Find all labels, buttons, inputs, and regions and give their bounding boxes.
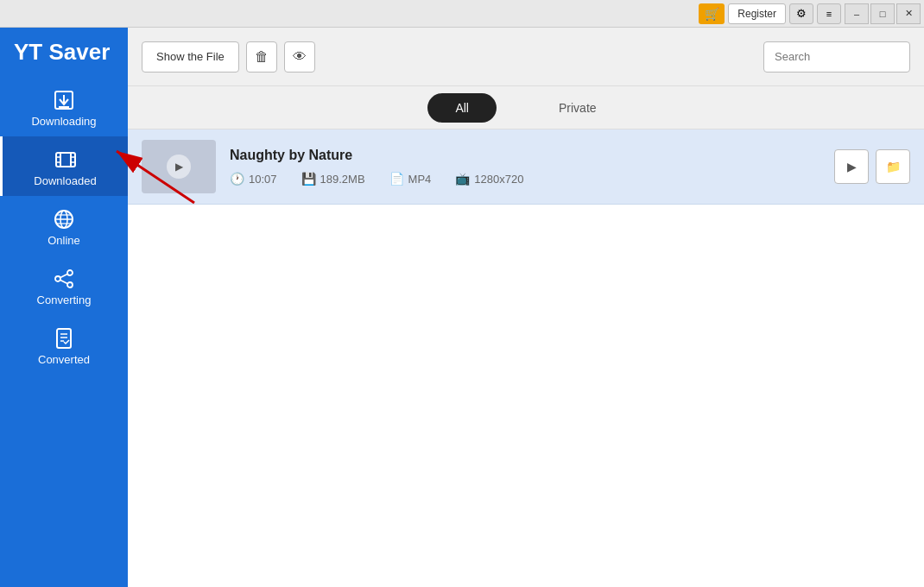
video-info: Naughty by Nature 🕐 10:07 💾 189.2MB 📄	[230, 148, 820, 186]
folder-button[interactable]: 📁	[876, 149, 910, 184]
preview-button[interactable]: 👁	[284, 41, 315, 73]
close-button[interactable]: ✕	[896, 3, 921, 24]
downloaded-label: Downloaded	[34, 174, 96, 187]
video-thumbnail: ▶	[142, 140, 216, 193]
trash-icon: 🗑	[255, 49, 269, 65]
converted-label: Converted	[38, 353, 90, 366]
video-title: Naughty by Nature	[230, 148, 820, 163]
film-icon	[54, 148, 77, 171]
filter-tab-all[interactable]: All	[427, 93, 497, 123]
play-icon: ▶	[167, 155, 191, 179]
sidebar-item-converted[interactable]: Converted	[0, 315, 128, 375]
sidebar: YT Saver Downloading	[0, 28, 128, 587]
sidebar-item-online[interactable]: Online	[0, 196, 128, 256]
window-controls: – □ ✕	[845, 3, 921, 24]
filter-bar: All Private	[128, 86, 924, 129]
sidebar-item-downloaded[interactable]: Downloaded	[0, 136, 128, 196]
video-item: ▶ Naughty by Nature 🕐 10:07 💾 189.2MB	[128, 129, 924, 205]
resolution-icon: 📺	[455, 172, 470, 186]
svg-line-19	[60, 280, 67, 283]
meta-size: 💾 189.2MB	[301, 172, 365, 186]
share-icon	[53, 268, 75, 290]
svg-rect-20	[57, 329, 71, 348]
video-actions: ▶ 📁	[834, 149, 910, 184]
downloading-label: Downloading	[31, 115, 96, 128]
play-button[interactable]: ▶	[834, 149, 869, 184]
converting-label: Converting	[37, 294, 92, 306]
content-list: ▶ Naughty by Nature 🕐 10:07 💾 189.2MB	[128, 129, 924, 587]
content-area: Show the File 🗑 👁 All Private ▶ Naughty …	[128, 28, 924, 587]
sidebar-item-downloading[interactable]: Downloading	[0, 77, 128, 136]
app-body: YT Saver Downloading	[0, 28, 924, 587]
resolution-value: 1280x720	[474, 173, 523, 186]
filter-tab-private[interactable]: Private	[531, 93, 624, 123]
clock-icon: 🕐	[230, 172, 244, 186]
play-icon-btn: ▶	[847, 160, 857, 174]
menu-button[interactable]: ≡	[817, 3, 841, 24]
toolbar: Show the File 🗑 👁	[128, 28, 924, 86]
globe-icon	[53, 208, 75, 230]
eye-icon: 👁	[293, 49, 307, 65]
svg-point-17	[67, 282, 73, 287]
cart-icon: 🛒	[705, 7, 719, 21]
menu-icon: ≡	[826, 9, 832, 19]
svg-line-18	[60, 274, 67, 277]
minimize-icon: –	[854, 9, 859, 19]
document-icon	[53, 327, 75, 350]
online-label: Online	[47, 234, 80, 247]
title-bar: 🛒 Register ⚙ ≡ – □ ✕	[0, 0, 924, 28]
format-value: MP4	[408, 173, 432, 186]
search-input[interactable]	[763, 41, 910, 73]
delete-button[interactable]: 🗑	[246, 41, 277, 73]
gear-icon: ⚙	[796, 7, 807, 20]
maximize-icon: □	[880, 9, 886, 19]
svg-point-15	[67, 270, 73, 275]
meta-duration: 🕐 10:07	[230, 172, 277, 186]
format-icon: 📄	[389, 172, 404, 186]
meta-format: 📄 MP4	[389, 172, 432, 186]
duration-value: 10:07	[249, 173, 277, 186]
sidebar-item-converting[interactable]: Converting	[0, 256, 128, 315]
register-button[interactable]: Register	[728, 3, 786, 24]
svg-rect-3	[56, 153, 75, 167]
minimize-button[interactable]: –	[845, 3, 869, 24]
close-icon: ✕	[905, 8, 913, 19]
folder-icon: 📁	[886, 160, 901, 174]
show-file-button[interactable]: Show the File	[142, 41, 239, 73]
video-meta: 🕐 10:07 💾 189.2MB 📄 MP4 📺	[230, 172, 820, 186]
size-value: 189.2MB	[320, 173, 365, 186]
settings-button[interactable]: ⚙	[789, 3, 813, 24]
maximize-button[interactable]: □	[870, 3, 895, 24]
app-title: YT Saver	[0, 28, 128, 77]
svg-point-16	[55, 276, 60, 281]
cart-button[interactable]: 🛒	[699, 3, 725, 24]
meta-resolution: 📺 1280x720	[455, 172, 523, 186]
size-icon: 💾	[301, 172, 316, 186]
download-icon	[53, 89, 75, 111]
